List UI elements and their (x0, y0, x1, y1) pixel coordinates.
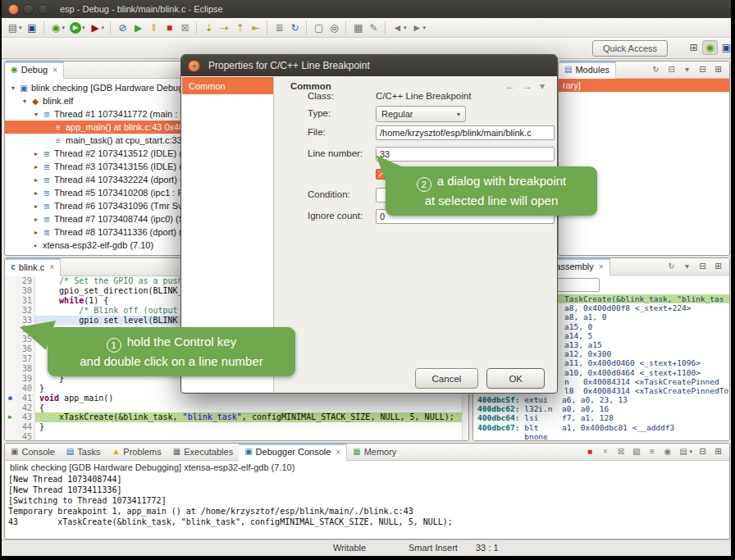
line-number[interactable]: 41 (16, 394, 35, 403)
line-marker-icon[interactable] (5, 296, 16, 306)
separator[interactable] (345, 21, 347, 34)
code-line[interactable]: 44 } (5, 422, 468, 432)
close-icon[interactable]: × (336, 448, 340, 457)
line-marker-icon[interactable] (5, 364, 16, 374)
line-marker-icon[interactable]: ● (5, 394, 16, 403)
separator[interactable] (43, 21, 45, 34)
window-close-button[interactable] (8, 4, 19, 15)
view-menu-icon[interactable]: ▾ (540, 80, 545, 92)
save-icon[interactable]: ▣ (25, 20, 39, 35)
line-marker-icon[interactable] (5, 354, 16, 364)
view-menu-icon[interactable]: ▾ (680, 261, 694, 273)
expander-icon[interactable]: ▸ (31, 176, 41, 184)
disassembly-line[interactable]: bnone (473, 432, 729, 441)
expander-icon[interactable]: ▸ (31, 189, 41, 197)
scroll-lock-icon[interactable]: ≡ (645, 446, 659, 458)
close-icon[interactable]: × (599, 262, 604, 271)
code-line[interactable]: 42 { (5, 403, 468, 413)
restart-icon[interactable]: ↻ (288, 20, 302, 35)
line-number[interactable]: 39 (16, 374, 35, 384)
forward-icon[interactable]: → (523, 80, 532, 92)
tab-debug[interactable]: ◉ Debug × (5, 61, 64, 79)
console-output[interactable]: [New Thread 1073408744] [New Thread 1073… (5, 474, 729, 527)
line-marker-icon[interactable] (5, 276, 16, 286)
line-number[interactable]: 44 (16, 422, 35, 432)
line-marker-icon[interactable] (5, 432, 16, 441)
separator[interactable] (267, 21, 268, 34)
debug-perspective-icon[interactable]: ◉ (702, 40, 718, 55)
line-number[interactable]: 30 (16, 286, 35, 296)
step-over-icon[interactable]: ⇢ (217, 20, 231, 35)
quick-access-button[interactable]: Quick Access (592, 40, 668, 57)
line-marker-icon[interactable] (5, 344, 16, 354)
step-return-icon[interactable]: ⇡ (233, 20, 247, 35)
disassembly-line[interactable]: 400dbc5f: extui a6, a0, 23, 13 (473, 395, 729, 404)
terminate-icon[interactable]: ■ (162, 20, 176, 35)
line-marker-icon[interactable] (5, 316, 16, 326)
cancel-button[interactable]: Cancel (415, 368, 479, 389)
maximize-icon[interactable]: ⊞ (711, 446, 725, 458)
line-marker-icon[interactable] (5, 403, 16, 413)
remove-launch-icon[interactable]: × (598, 446, 612, 458)
collapse-all-icon[interactable]: ⊟ (664, 64, 678, 76)
display-selected-icon[interactable]: ▤▾ (676, 446, 694, 458)
type-dropdown[interactable]: Regular ▾ (376, 106, 466, 122)
line-marker-icon[interactable] (5, 374, 16, 384)
expander-icon[interactable]: ▸ (31, 216, 41, 223)
tab-memory[interactable]: ▦ Memory (347, 444, 402, 461)
expander-icon[interactable]: ▾ (20, 98, 30, 105)
run-icon[interactable]: ▶▾ (68, 20, 87, 35)
code-line[interactable]: ● 41 void app_main() (5, 394, 468, 403)
line-number[interactable]: 31 (16, 296, 35, 306)
step-into-icon[interactable]: ⇣ (202, 20, 216, 35)
resume-icon[interactable]: ▶ (131, 20, 145, 35)
line-number[interactable]: 38 (16, 364, 35, 374)
pin-icon[interactable]: ◉ (660, 446, 674, 458)
sync-icon[interactable]: ↻ (664, 261, 678, 273)
remove-all-icon[interactable]: ⊠ (614, 446, 628, 458)
new-file-icon[interactable]: ▢ (312, 20, 326, 35)
back-icon[interactable]: ← (505, 80, 515, 92)
file-input[interactable] (376, 125, 555, 140)
minimize-icon[interactable]: ⊟ (696, 261, 710, 273)
debug-icon[interactable]: ◉▾ (49, 20, 67, 35)
line-marker-icon[interactable] (5, 335, 16, 344)
line-number[interactable]: 40 (16, 384, 35, 394)
terminate-icon[interactable]: ■ (582, 446, 596, 458)
minimize-icon[interactable]: ⊟ (696, 446, 710, 458)
code-line[interactable]: ▶ 43 xTaskCreate(&blink_task, "blink_tas… (5, 412, 468, 422)
refresh-icon[interactable]: ↻ (649, 64, 663, 76)
drop-to-frame-icon[interactable]: ⇤ (249, 20, 262, 35)
tab-executables[interactable]: ▦ Executables (167, 444, 239, 461)
line-marker-icon[interactable]: ▶ (5, 412, 16, 422)
view-menu-icon[interactable]: ▾ (680, 64, 694, 76)
maximize-icon[interactable]: ⊞ (711, 261, 725, 273)
minimize-icon[interactable]: ⊟ (696, 64, 710, 76)
dialog-close-button[interactable]: × (188, 60, 200, 72)
line-number[interactable]: 42 (16, 403, 35, 413)
separator[interactable] (385, 21, 386, 34)
line-marker-icon[interactable] (5, 286, 16, 296)
modules-selected-row[interactable]: rary] (559, 79, 729, 92)
disassembly-line[interactable]: 400dbc64: lsi f7, a1, 128 (473, 413, 729, 422)
line-number[interactable]: 37 (16, 354, 35, 364)
code-line[interactable]: 45 (5, 432, 468, 441)
line-number[interactable]: 45 (16, 432, 35, 441)
line-marker-icon[interactable] (5, 422, 16, 432)
close-icon[interactable]: × (52, 66, 57, 75)
separator[interactable] (110, 21, 112, 34)
close-icon[interactable]: × (49, 262, 54, 271)
tab-debugger-console[interactable]: ▣ Debugger Console × (239, 444, 347, 461)
tab-modules[interactable]: ▤ Modules (559, 61, 616, 79)
expander-icon[interactable]: ▸ (31, 163, 41, 171)
line-marker-icon[interactable] (5, 306, 16, 316)
mark-occurrences-icon[interactable]: ▦ (351, 20, 365, 35)
cpp-perspective-icon[interactable]: ▣ (719, 40, 731, 55)
line-marker-icon[interactable] (5, 325, 16, 335)
external-tools-icon[interactable]: ▶▾ (89, 20, 107, 35)
new-wizard-icon[interactable]: ▤▾ (6, 20, 24, 35)
instruction-stepping-icon[interactable]: ≣ (272, 20, 286, 35)
annotation-icon[interactable]: ✎ (367, 20, 381, 35)
tab-console[interactable]: ▣ Console (5, 444, 61, 461)
separator[interactable] (306, 21, 308, 34)
